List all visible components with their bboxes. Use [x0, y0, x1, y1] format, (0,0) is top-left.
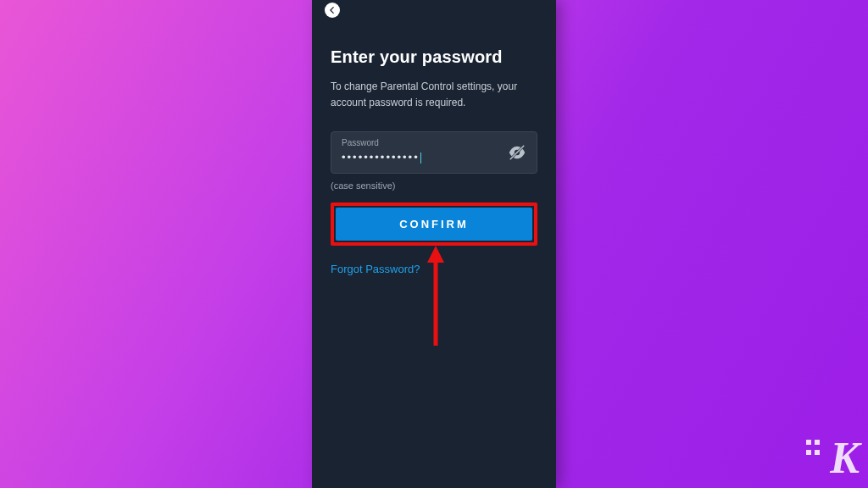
- text-cursor: [420, 152, 421, 164]
- toggle-visibility-icon[interactable]: [508, 143, 526, 162]
- forgot-password-link[interactable]: Forgot Password?: [331, 263, 420, 275]
- password-hint: (case sensitive): [331, 180, 537, 191]
- password-value: ••••••••••••••: [342, 151, 420, 164]
- confirm-button[interactable]: CONFIRM: [336, 208, 532, 241]
- page-subtitle: To change Parental Control settings, you…: [331, 79, 537, 111]
- back-button[interactable]: [325, 3, 340, 18]
- page-title: Enter your password: [331, 47, 537, 67]
- password-label: Password: [342, 138, 526, 147]
- annotation-highlight: CONFIRM: [331, 202, 537, 246]
- chevron-left-icon: [328, 6, 337, 14]
- password-panel: Enter your password To change Parental C…: [312, 0, 556, 488]
- eye-off-icon: [508, 143, 526, 162]
- watermark-logo: K: [830, 433, 858, 483]
- password-field[interactable]: Password ••••••••••••••: [331, 131, 537, 174]
